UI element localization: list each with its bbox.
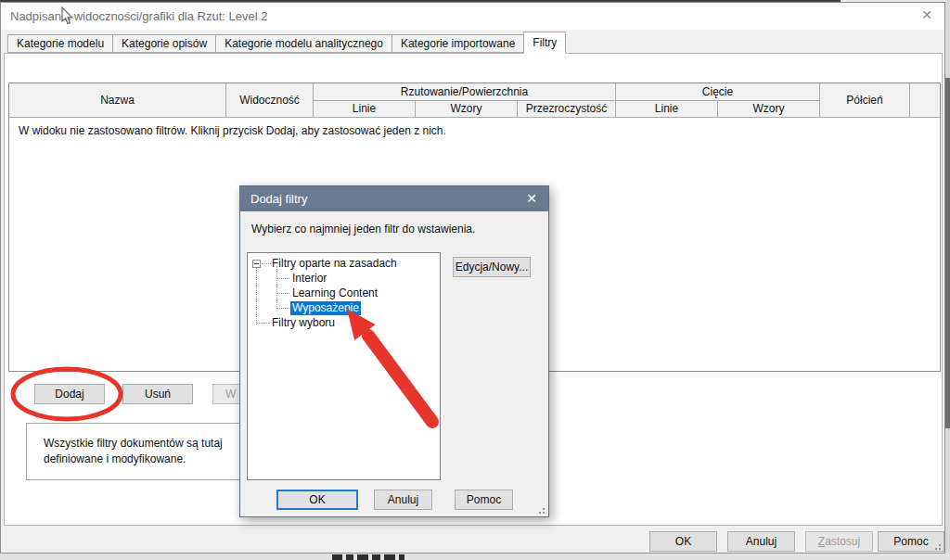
column-header-rzutowanie-linie: Linie — [314, 101, 416, 118]
modal-pomoc-button[interactable]: Pomoc — [455, 490, 513, 510]
modal-close-icon[interactable]: ✕ — [526, 191, 537, 206]
clipped-text-artifact — [332, 554, 342, 560]
modal-ok-button[interactable]: OK — [276, 490, 358, 510]
zastosuj-button-disabled[interactable]: Zastosuj — [805, 531, 873, 552]
column-header-ciecie-linie: Linie — [616, 101, 718, 118]
usun-button-label: Usuń — [145, 388, 171, 401]
tree-item-interior[interactable]: Interior — [248, 272, 440, 286]
modal-anuluj-button-label: Anuluj — [388, 493, 418, 506]
tree-item-filtry-oparte-na-zasadach[interactable]: Filtry oparte na zasadach — [248, 257, 440, 272]
column-header-polcien: Półcień — [820, 83, 910, 118]
ok-button[interactable]: OK — [649, 531, 717, 552]
tree-item-label-selected: Wyposażenie — [290, 301, 361, 315]
background-scroll-strip — [945, 78, 950, 428]
modal-pomoc-button-label: Pomoc — [467, 493, 501, 506]
anuluj-button-label: Anuluj — [746, 535, 777, 548]
tab-kategorie-importowane[interactable]: Kategorie importowane — [392, 34, 524, 53]
usun-button[interactable]: Usuń — [122, 384, 193, 404]
column-group-rzutowanie: Rzutowanie/Powierzchnia — [314, 83, 616, 101]
modal-title: Dodaj filtry — [250, 192, 307, 206]
tree-item-label: Interior — [292, 272, 327, 286]
clipped-text-artifact — [399, 554, 404, 560]
column-header-rzutowanie-wzory: Wzory — [416, 101, 518, 118]
screen: Nadpisania widoczności/grafiki dla Rzut:… — [0, 0, 950, 560]
modal-anuluj-button[interactable]: Anuluj — [374, 490, 432, 510]
background-app-edge-bottom — [0, 554, 950, 560]
pomoc-button-label: Pomoc — [893, 535, 928, 548]
modal-ok-button-label: OK — [309, 493, 325, 506]
background-app-edge-right — [945, 0, 950, 560]
modal-resize-grip[interactable] — [536, 505, 546, 515]
tree-item-label: Learning Content — [292, 286, 378, 300]
clipped-text-artifact — [384, 554, 395, 560]
modal-subtitle: Wybierz co najmniej jeden filtr do wstaw… — [251, 223, 475, 235]
tree-item-label: Filtry oparte na zasadach — [272, 257, 397, 271]
collapse-minus-icon[interactable] — [252, 260, 261, 268]
column-group-ciecie: Cięcie — [616, 83, 820, 101]
filter-tree: Filtry oparte na zasadach Interior Learn… — [247, 252, 441, 480]
column-header-ciecie-wzory: Wzory — [718, 101, 820, 118]
clipped-text-artifact — [372, 554, 380, 560]
modal-titlebar: Dodaj filtry ✕ — [240, 186, 548, 211]
zastosuj-button-label: Zastosuj — [818, 535, 860, 548]
ok-button-label: OK — [675, 535, 691, 548]
column-header-przezroczystosc: Przezroczystość — [518, 101, 616, 118]
resize-grip[interactable] — [932, 541, 942, 551]
empty-filters-message: W widoku nie zastosowano filtrów. Klikni… — [19, 124, 446, 137]
tree-item-wyposazenie-selected[interactable]: Wyposażenie — [248, 301, 440, 316]
edycja-nowy-button-label: Edycja/Nowy... — [456, 261, 528, 274]
edycja-nowy-button[interactable]: Edycja/Nowy... — [453, 257, 531, 277]
close-icon[interactable]: ✕ — [921, 7, 932, 22]
tab-filtry[interactable]: Filtry — [523, 32, 566, 54]
add-filters-dialog: Dodaj filtry ✕ Wybierz co najmniej jeden… — [239, 185, 549, 517]
dialog-title: Nadpisania widoczności/grafiki dla Rzut:… — [10, 9, 267, 23]
tab-bar: Kategorie modelu Kategorie opisów Katego… — [7, 33, 565, 53]
partially-hidden-button-label: W — [225, 385, 236, 403]
anuluj-button[interactable]: Anuluj — [727, 531, 795, 552]
tree-item-filtry-wyboru[interactable]: Filtry wyboru — [248, 316, 440, 331]
dodaj-button[interactable]: Dodaj — [34, 384, 105, 404]
clipped-text-artifact — [346, 554, 353, 560]
tab-kategorie-opisow[interactable]: Kategorie opisów — [112, 34, 216, 53]
tab-kategorie-modelu-analitycznego[interactable]: Kategorie modelu analitycznego — [215, 34, 392, 53]
dialog-titlebar: Nadpisania widoczności/grafiki dla Rzut:… — [1, 3, 944, 30]
tab-kategorie-modelu[interactable]: Kategorie modelu — [7, 34, 113, 53]
column-header-widocznosc: Widoczność — [226, 83, 314, 118]
column-header-empty — [910, 83, 940, 118]
clipped-text-artifact — [357, 554, 368, 560]
dodaj-button-label: Dodaj — [55, 388, 83, 401]
tree-item-label: Filtry wyboru — [272, 316, 335, 330]
column-header-nazwa: Nazwa — [9, 83, 226, 118]
tree-item-learning-content[interactable]: Learning Content — [248, 286, 440, 301]
